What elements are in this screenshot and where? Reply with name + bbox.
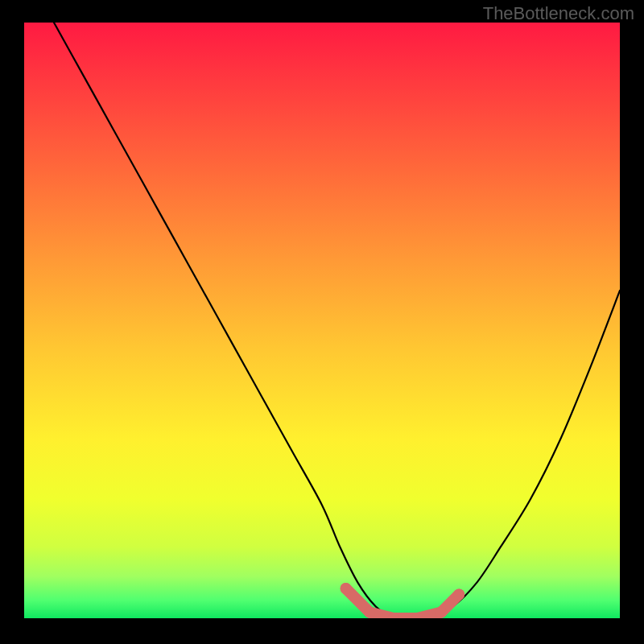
- optimal-marker-dot: [341, 583, 352, 594]
- optimal-marker-dot: [436, 607, 447, 618]
- chart-container: TheBottleneck.com: [0, 0, 644, 644]
- gradient-background: [24, 23, 620, 618]
- optimal-marker-dot: [453, 588, 464, 600]
- chart-svg: [24, 23, 620, 618]
- optimal-marker-dot: [364, 607, 375, 618]
- plot-area: [24, 23, 620, 618]
- watermark-text: TheBottleneck.com: [483, 3, 634, 24]
